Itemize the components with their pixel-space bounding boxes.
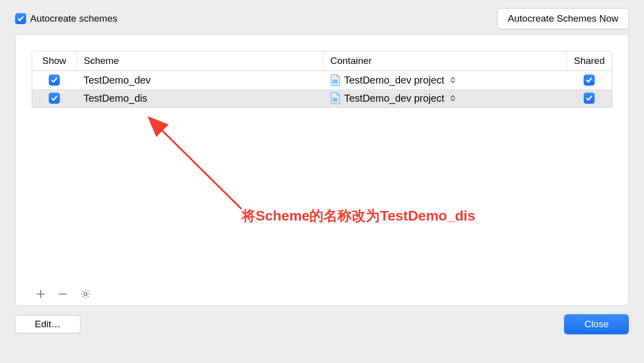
col-header-scheme[interactable]: Scheme (76, 51, 323, 71)
schemes-table-wrap: Show Scheme Container Shared TestDemo_de… (32, 51, 612, 108)
autocreate-toggle-group: Autocreate schemes (15, 13, 117, 24)
col-header-show[interactable]: Show (32, 51, 76, 71)
add-button[interactable] (36, 289, 46, 299)
settings-button[interactable] (80, 288, 91, 300)
col-header-shared[interactable]: Shared (567, 51, 612, 71)
table-row[interactable]: TestDemo_dis TestDemo_dev project (32, 89, 612, 107)
table-row[interactable]: TestDemo_dev TestDemo_dev project (32, 71, 612, 90)
container-cell[interactable]: TestDemo_dev project (330, 92, 559, 104)
svg-rect-1 (333, 98, 338, 102)
remove-button[interactable] (58, 289, 68, 299)
bottom-bar: Edit… Close (0, 306, 644, 342)
show-checkbox[interactable] (49, 75, 60, 86)
autocreate-checkbox[interactable] (15, 13, 26, 24)
container-label: TestDemo_dev project (344, 75, 444, 86)
stepper-icon[interactable] (450, 77, 455, 83)
table-header-row: Show Scheme Container Shared (32, 51, 612, 71)
gear-icon (80, 288, 91, 300)
scheme-name-cell[interactable]: TestDemo_dev (76, 71, 323, 90)
scheme-name-cell[interactable]: TestDemo_dis (76, 89, 323, 107)
autocreate-label: Autocreate schemes (30, 13, 117, 24)
schemes-panel: Show Scheme Container Shared TestDemo_de… (15, 34, 629, 306)
show-checkbox[interactable] (49, 93, 60, 104)
svg-rect-0 (333, 80, 338, 84)
stepper-icon[interactable] (450, 95, 455, 101)
col-header-container[interactable]: Container (323, 51, 567, 71)
shared-checkbox[interactable] (584, 93, 595, 104)
top-bar: Autocreate schemes Autocreate Schemes No… (0, 0, 644, 34)
project-icon (330, 92, 340, 104)
container-cell[interactable]: TestDemo_dev project (330, 74, 559, 86)
svg-point-5 (84, 293, 87, 296)
edit-button[interactable]: Edit… (15, 315, 80, 333)
project-icon (330, 74, 340, 86)
autocreate-now-button[interactable]: Autocreate Schemes Now (497, 8, 629, 29)
container-label: TestDemo_dev project (344, 93, 444, 104)
plus-icon (36, 289, 46, 299)
schemes-table: Show Scheme Container Shared TestDemo_de… (32, 51, 612, 107)
toolbar (36, 288, 91, 300)
minus-icon (58, 289, 68, 299)
shared-checkbox[interactable] (584, 75, 595, 86)
close-button[interactable]: Close (564, 314, 629, 334)
